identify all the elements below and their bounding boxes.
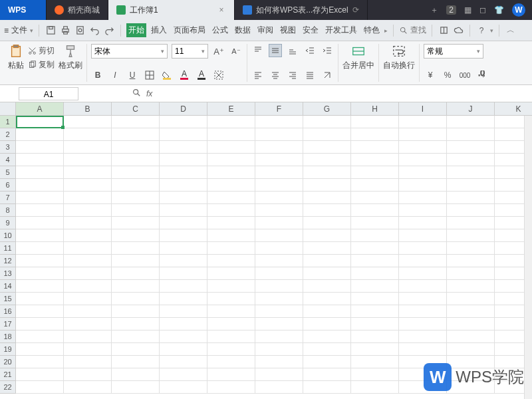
cell[interactable] xyxy=(303,267,351,280)
cell[interactable] xyxy=(351,305,399,318)
cell[interactable] xyxy=(160,204,207,217)
cell[interactable] xyxy=(255,229,303,242)
cell[interactable] xyxy=(16,318,64,331)
cell[interactable] xyxy=(207,293,255,305)
cell[interactable] xyxy=(351,166,399,179)
cell[interactable] xyxy=(112,368,160,381)
cell[interactable] xyxy=(447,242,495,255)
tab-review[interactable]: 审阅 xyxy=(255,25,275,36)
cell[interactable] xyxy=(447,280,495,293)
column-header[interactable]: K xyxy=(495,102,532,116)
cell[interactable] xyxy=(303,204,351,217)
cell[interactable] xyxy=(447,166,495,179)
cell[interactable] xyxy=(399,267,447,280)
cell[interactable] xyxy=(160,255,207,267)
cell[interactable] xyxy=(447,305,495,318)
cell[interactable] xyxy=(207,305,255,318)
column-header[interactable]: I xyxy=(399,102,447,116)
cell[interactable] xyxy=(303,368,351,381)
cell[interactable] xyxy=(351,229,399,242)
percent-icon[interactable]: % xyxy=(441,68,454,82)
tab-count-badge[interactable]: 2 xyxy=(446,5,456,15)
cell[interactable] xyxy=(207,204,255,217)
cell[interactable] xyxy=(64,141,112,154)
cell[interactable] xyxy=(447,192,495,204)
cell[interactable] xyxy=(303,293,351,305)
cell[interactable] xyxy=(447,141,495,154)
cell[interactable] xyxy=(112,179,160,192)
cell[interactable] xyxy=(64,242,112,255)
cell[interactable] xyxy=(64,229,112,242)
comma-icon[interactable]: 000 xyxy=(458,68,471,82)
cell[interactable] xyxy=(255,154,303,166)
align-center-icon[interactable] xyxy=(269,68,282,82)
cloud-icon[interactable] xyxy=(452,25,464,37)
row-header[interactable]: 10 xyxy=(0,229,16,242)
cell[interactable] xyxy=(399,293,447,305)
cell[interactable] xyxy=(399,154,447,166)
cell[interactable] xyxy=(303,116,351,128)
cell[interactable] xyxy=(16,331,64,343)
font-size-select[interactable]: 11▾ xyxy=(172,44,208,59)
cell[interactable] xyxy=(207,242,255,255)
row-header[interactable]: 17 xyxy=(0,318,16,331)
cell[interactable] xyxy=(255,166,303,179)
cell[interactable] xyxy=(447,318,495,331)
cell[interactable] xyxy=(255,255,303,267)
copy-button[interactable]: 复制 xyxy=(28,59,55,70)
cell[interactable] xyxy=(255,356,303,368)
font-name-select[interactable]: 宋体▾ xyxy=(91,44,168,59)
cell[interactable] xyxy=(160,368,207,381)
print-icon[interactable] xyxy=(59,25,71,37)
tab-document[interactable]: 如何将WPS表...存为Excel ⟳ xyxy=(235,0,368,20)
cell[interactable] xyxy=(303,128,351,141)
column-header[interactable]: F xyxy=(255,102,303,116)
print-preview-icon[interactable] xyxy=(74,25,86,37)
select-all-corner[interactable] xyxy=(0,102,16,116)
cell[interactable] xyxy=(351,356,399,368)
tab-developer[interactable]: 开发工具 xyxy=(323,25,359,36)
menu-icon[interactable]: ≡ xyxy=(4,26,9,35)
cell[interactable] xyxy=(160,331,207,343)
cell[interactable] xyxy=(207,255,255,267)
cell[interactable] xyxy=(160,116,207,128)
fx-label[interactable]: fx xyxy=(146,89,152,98)
cell[interactable] xyxy=(16,280,64,293)
row-header[interactable]: 5 xyxy=(0,166,16,179)
cell[interactable] xyxy=(351,179,399,192)
italic-button[interactable]: I xyxy=(108,68,122,82)
cell[interactable] xyxy=(160,242,207,255)
cell[interactable] xyxy=(207,280,255,293)
cell[interactable] xyxy=(303,356,351,368)
align-right-icon[interactable] xyxy=(286,68,299,82)
cell[interactable] xyxy=(64,154,112,166)
cell[interactable] xyxy=(255,343,303,356)
close-icon[interactable]: × xyxy=(217,5,226,15)
cell[interactable] xyxy=(255,305,303,318)
column-header[interactable]: B xyxy=(64,102,112,116)
cell[interactable] xyxy=(303,381,351,394)
cell[interactable] xyxy=(160,166,207,179)
cell[interactable] xyxy=(303,280,351,293)
window-icon[interactable]: ◻ xyxy=(479,5,486,15)
highlight-button[interactable]: A xyxy=(195,68,208,82)
cell[interactable] xyxy=(16,242,64,255)
cell[interactable] xyxy=(64,331,112,343)
new-tab-button[interactable]: ＋ xyxy=(430,5,438,16)
cell[interactable] xyxy=(207,166,255,179)
cell[interactable] xyxy=(64,116,112,128)
format-painter-button[interactable]: 格式刷 xyxy=(59,44,82,71)
cell[interactable] xyxy=(351,368,399,381)
tab-data[interactable]: 数据 xyxy=(233,25,253,36)
cell[interactable] xyxy=(447,217,495,229)
insert-function-icon[interactable] xyxy=(132,88,141,99)
cell[interactable] xyxy=(16,128,64,141)
cell[interactable] xyxy=(112,293,160,305)
cell[interactable] xyxy=(399,318,447,331)
cell[interactable] xyxy=(64,192,112,204)
name-box[interactable]: A1 xyxy=(19,87,78,100)
cell[interactable] xyxy=(16,166,64,179)
tab-insert[interactable]: 插入 xyxy=(149,25,169,36)
column-header[interactable]: D xyxy=(160,102,207,116)
cell[interactable] xyxy=(16,293,64,305)
